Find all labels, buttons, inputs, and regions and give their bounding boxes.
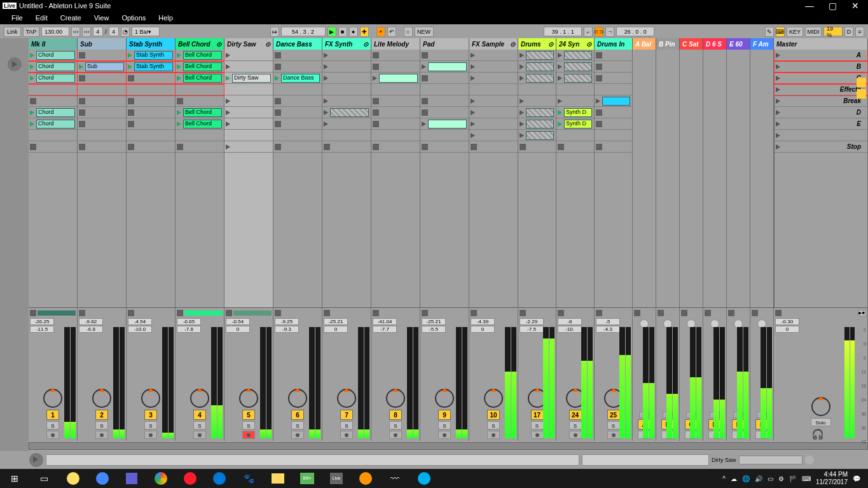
tray-keyboard-icon[interactable]: ⌨ bbox=[802, 475, 811, 482]
stop-clip-button[interactable] bbox=[275, 310, 281, 316]
clip-slot[interactable] bbox=[322, 141, 371, 153]
scene-play-mode[interactable]: ▶■ bbox=[857, 310, 866, 316]
clip-slot[interactable] bbox=[595, 50, 632, 61]
volume-display[interactable]: -9.82 bbox=[79, 318, 103, 325]
tempo-field[interactable]: 130.00 bbox=[41, 27, 69, 36]
audio-clip[interactable] bbox=[526, 51, 554, 60]
peak-display[interactable]: -9.3 bbox=[275, 326, 299, 333]
track-header-12[interactable]: Drums In bbox=[595, 38, 633, 50]
taskbar-app-3[interactable] bbox=[117, 469, 146, 488]
menu-help[interactable]: Help bbox=[152, 14, 179, 22]
clip-slot[interactable] bbox=[273, 95, 322, 107]
pan-knob[interactable] bbox=[484, 389, 503, 408]
scene-launch-D[interactable]: D bbox=[775, 107, 867, 118]
clip[interactable]: Dance Bass bbox=[281, 74, 320, 83]
clip-slot[interactable] bbox=[322, 107, 371, 118]
clip-slot[interactable] bbox=[420, 141, 469, 153]
clip-slot[interactable] bbox=[127, 95, 175, 107]
clip[interactable]: Bell Chord bbox=[183, 120, 222, 129]
arm-button[interactable] bbox=[569, 431, 582, 439]
midi-map[interactable]: MIDI bbox=[805, 27, 822, 37]
audio-clip[interactable] bbox=[564, 51, 592, 60]
arm-button[interactable] bbox=[389, 431, 402, 439]
chrome-icon[interactable] bbox=[146, 469, 176, 488]
clip-slot[interactable] bbox=[371, 73, 420, 84]
arm-button[interactable] bbox=[531, 431, 544, 439]
scene-launch-E[interactable]: E bbox=[775, 118, 867, 130]
return-header-A[interactable]: A Bal bbox=[633, 38, 656, 50]
solo-button[interactable]: S bbox=[95, 421, 108, 429]
volume-display[interactable]: -0.54 bbox=[226, 318, 250, 325]
browser-toggle-icon[interactable] bbox=[8, 57, 22, 71]
stop-clip-button[interactable] bbox=[520, 310, 526, 316]
pan-knob[interactable] bbox=[386, 389, 405, 408]
clip-slot[interactable]: Synth D bbox=[556, 107, 594, 118]
stop-clip-button[interactable] bbox=[177, 310, 183, 316]
clip-slot[interactable]: Bell Chord bbox=[176, 50, 224, 61]
clip[interactable]: Stab Synth bbox=[134, 62, 173, 71]
computer-midi[interactable]: ⌨ bbox=[776, 27, 785, 37]
play-button[interactable]: ▶ bbox=[327, 27, 336, 37]
clip-slot[interactable] bbox=[595, 95, 632, 107]
stop-clip-button[interactable] bbox=[128, 310, 134, 316]
hot-swap-icon[interactable] bbox=[805, 456, 814, 464]
clip-slot[interactable] bbox=[224, 95, 273, 107]
taskbar-app-2[interactable] bbox=[88, 469, 117, 488]
clip-slot[interactable] bbox=[78, 130, 126, 141]
arm-button[interactable] bbox=[46, 431, 59, 439]
tempo-nudge-up[interactable]: ››› bbox=[82, 27, 91, 37]
clip-slot[interactable] bbox=[176, 95, 224, 107]
clip-slot[interactable] bbox=[595, 84, 632, 95]
clip-slot[interactable] bbox=[322, 130, 371, 141]
audio-clip[interactable] bbox=[526, 62, 554, 71]
clip-slot[interactable] bbox=[224, 107, 273, 118]
arm-button[interactable] bbox=[144, 431, 157, 439]
clip-slot[interactable] bbox=[224, 130, 273, 141]
pan-knob[interactable] bbox=[92, 389, 111, 408]
scene-launch-Stop[interactable]: Stop bbox=[775, 141, 867, 153]
tap-button[interactable]: TAP bbox=[23, 27, 40, 37]
skype-icon[interactable] bbox=[410, 469, 439, 488]
clip-slot[interactable]: Chord bbox=[29, 118, 77, 130]
master-header[interactable]: Master bbox=[774, 38, 868, 50]
clip-slot[interactable] bbox=[78, 107, 126, 118]
tray-icon[interactable]: ⚙ bbox=[778, 475, 784, 482]
device-toggle-icon[interactable]: ⊙ bbox=[586, 41, 591, 48]
stop-clip-button[interactable] bbox=[658, 310, 664, 316]
track-header-3[interactable]: Bell Chord ⊙ bbox=[176, 38, 224, 50]
track-activator[interactable]: 25 bbox=[607, 410, 620, 420]
clip-slot[interactable] bbox=[176, 141, 224, 153]
clip-slot[interactable]: Chord bbox=[29, 61, 77, 73]
stop-clip-button[interactable] bbox=[79, 310, 85, 316]
cue-out-icon[interactable]: 🎧 bbox=[811, 428, 830, 438]
pan-knob[interactable] bbox=[239, 389, 258, 408]
sig-numerator[interactable]: 4 bbox=[93, 27, 103, 36]
device-toggle-icon[interactable]: ⊙ bbox=[548, 41, 553, 48]
audio-clip[interactable] bbox=[526, 131, 554, 140]
device-toggle-icon[interactable]: ⊙ bbox=[265, 41, 270, 48]
peak-display[interactable]: 0 bbox=[471, 326, 495, 333]
clip-slot[interactable] bbox=[127, 118, 175, 130]
solo-button[interactable]: S bbox=[340, 421, 353, 429]
clip-slot[interactable] bbox=[273, 130, 322, 141]
stop-clip-button[interactable] bbox=[373, 310, 379, 316]
master-peak[interactable]: 0 bbox=[775, 326, 799, 333]
stop-all-button[interactable] bbox=[775, 310, 782, 316]
track-header-11[interactable]: 24 Syn ⊙ bbox=[556, 38, 595, 50]
stop-clip-button[interactable] bbox=[324, 310, 330, 316]
taskbar-app-1[interactable] bbox=[59, 469, 88, 488]
clip-slot[interactable] bbox=[420, 50, 469, 61]
clip-slot[interactable] bbox=[78, 118, 126, 130]
device-toggle-icon[interactable]: ⊙ bbox=[363, 41, 368, 48]
stop-clip-button[interactable] bbox=[752, 310, 758, 316]
clip-slot[interactable] bbox=[127, 73, 175, 84]
stop-button[interactable]: ■ bbox=[338, 27, 347, 37]
track-activator[interactable]: 5 bbox=[242, 410, 255, 420]
scene-launch-A[interactable]: A bbox=[775, 50, 867, 61]
clip-slot[interactable] bbox=[371, 61, 420, 73]
pan-knob[interactable] bbox=[43, 389, 62, 408]
stop-clip-button[interactable] bbox=[728, 310, 734, 316]
clip-slot[interactable] bbox=[518, 73, 556, 84]
session-record[interactable]: ○ bbox=[404, 27, 413, 37]
track-activator[interactable]: 17 bbox=[531, 410, 544, 420]
